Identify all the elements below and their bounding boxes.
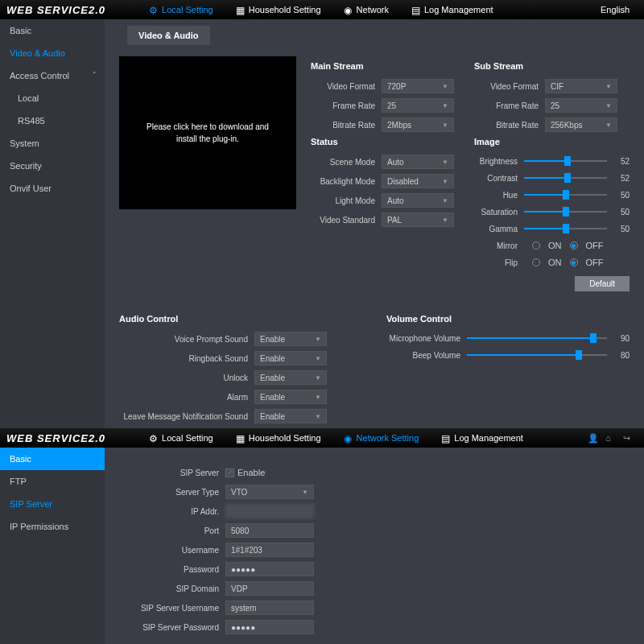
password-label: Password	[129, 565, 225, 574]
hue-slider[interactable]	[524, 194, 607, 196]
bitrate-label: Bitrate Rate	[311, 121, 382, 130]
sidebar-item-security[interactable]: Security	[0, 155, 105, 177]
scene-mode-select[interactable]: Auto▼	[382, 155, 454, 169]
main-stream-header: Main Stream	[311, 61, 466, 71]
nav-log-management[interactable]: Log Management	[400, 0, 505, 19]
contrast-slider[interactable]	[524, 177, 607, 179]
alarm-select[interactable]: Enable▼	[254, 390, 327, 404]
chevron-down-icon: ▼	[442, 122, 448, 129]
light-mode-select[interactable]: Auto▼	[382, 193, 454, 208]
sidebar2-item-ftp[interactable]: FTP	[0, 470, 105, 493]
sidebar-item-access-control[interactable]: Access Control˄	[0, 64, 105, 87]
password-input[interactable]	[225, 562, 314, 576]
default-button[interactable]: Default	[575, 276, 630, 291]
logout-icon[interactable]: ↪	[623, 433, 633, 443]
volume-control-header: Volume Control	[386, 314, 630, 324]
sip-server-pass-input[interactable]	[225, 620, 314, 634]
sidebar-item-system[interactable]: System	[0, 132, 105, 155]
chevron-up-icon: ˄	[93, 71, 97, 79]
chevron-down-icon: ▼	[315, 374, 321, 382]
top-bar-2: WEB SERVICE2.0 Local Setting Household S…	[0, 428, 644, 448]
gamma-label: Gamma	[474, 225, 524, 233]
gamma-slider[interactable]	[524, 228, 607, 229]
nav2-log-management[interactable]: Log Management	[430, 428, 535, 448]
user-icon[interactable]: 👤	[588, 433, 597, 443]
video-format-label: Video Format	[311, 82, 382, 91]
sidebar2-item-basic[interactable]: Basic	[0, 448, 105, 470]
gamma-value: 50	[613, 225, 630, 233]
mic-volume-slider[interactable]	[467, 337, 607, 339]
ip-addr-input[interactable]	[225, 504, 314, 518]
sip-domain-input[interactable]	[225, 581, 314, 596]
ringback-select[interactable]: Enable▼	[254, 351, 327, 365]
backlight-mode-select[interactable]: Disabled▼	[382, 174, 454, 188]
hue-value: 50	[613, 191, 630, 200]
gear-icon	[149, 433, 159, 443]
sub-bitrate-select[interactable]: 256Kbps▼	[545, 118, 617, 132]
nav2-local-setting[interactable]: Local Setting	[138, 428, 225, 448]
server-type-select[interactable]: VTO▼	[225, 485, 314, 499]
sidebar-item-onvif-user[interactable]: Onvif User	[0, 177, 105, 200]
sub-stream-header: Sub Stream	[474, 61, 630, 71]
leave-msg-select[interactable]: Enable▼	[254, 409, 327, 423]
plugin-preview[interactable]: Please click here to download and instal…	[119, 56, 296, 209]
saturation-slider[interactable]	[524, 211, 607, 213]
chevron-down-icon: ▼	[442, 102, 448, 109]
language-selector[interactable]: English	[601, 5, 638, 14]
username-input[interactable]	[225, 543, 314, 557]
main-frame-rate-select[interactable]: 25▼	[382, 98, 454, 113]
flip-off-radio[interactable]	[570, 258, 578, 266]
sip-enable-checkbox[interactable]: ✓	[225, 469, 234, 477]
main-bitrate-select[interactable]: 2Mbps▼	[382, 118, 454, 132]
port-label: Port	[129, 526, 225, 535]
sidebar2-item-sip-server[interactable]: SIP Server	[0, 493, 105, 515]
sidebar-item-rs485[interactable]: RS485	[0, 109, 105, 132]
home-icon[interactable]: ⌂	[605, 433, 615, 443]
logo-2: WEB SERVICE2.0	[6, 432, 105, 444]
brightness-slider[interactable]	[524, 160, 607, 162]
voice-prompt-label: Voice Prompt Sound	[119, 335, 254, 344]
sidebar-item-local[interactable]: Local	[0, 87, 105, 109]
sidebar-item-basic[interactable]: Basic	[0, 19, 105, 42]
contrast-label: Contrast	[474, 174, 524, 183]
flip-on-radio[interactable]	[532, 258, 540, 266]
saturation-label: Saturation	[474, 208, 524, 217]
sidebar-1: Basic Video & Audio Access Control˄ Loca…	[0, 19, 105, 428]
globe-icon	[344, 433, 353, 443]
nav2-network-setting[interactable]: Network Setting	[332, 428, 431, 448]
chevron-down-icon: ▼	[442, 197, 448, 204]
brightness-label: Brightness	[474, 157, 524, 166]
mirror-on-radio[interactable]	[532, 242, 540, 250]
nav2-household-setting[interactable]: Household Setting	[225, 428, 332, 448]
sip-server-user-label: SIP Server Username	[129, 604, 225, 613]
chevron-down-icon: ▼	[605, 122, 612, 129]
logo: WEB SERVICE2.0	[6, 4, 105, 16]
chevron-down-icon: ▼	[442, 217, 448, 224]
unlock-select[interactable]: Enable▼	[254, 370, 327, 385]
alarm-label: Alarm	[119, 393, 254, 402]
nav-network[interactable]: Network	[332, 0, 400, 19]
sidebar-item-video-audio[interactable]: Video & Audio	[0, 42, 105, 64]
sidebar2-item-ip-permissions[interactable]: IP Permissions	[0, 515, 105, 538]
log-icon	[441, 433, 451, 443]
unlock-label: Unlock	[119, 374, 254, 382]
audio-control-header: Audio Control	[119, 314, 362, 324]
voice-prompt-select[interactable]: Enable▼	[254, 332, 327, 346]
nav-household-setting[interactable]: Household Setting	[225, 0, 332, 19]
grid-icon	[236, 433, 246, 443]
sip-server-label: SIP Server	[129, 469, 225, 477]
nav-local-setting[interactable]: Local Setting	[138, 0, 225, 19]
tab-video-audio[interactable]: Video & Audio	[127, 26, 210, 45]
image-header: Image	[474, 137, 630, 147]
sip-server-user-input[interactable]	[225, 601, 314, 615]
mirror-off-radio[interactable]	[570, 242, 578, 250]
beep-volume-slider[interactable]	[467, 354, 607, 356]
main-video-format-select[interactable]: 720P▼	[382, 79, 454, 93]
chevron-down-icon: ▼	[315, 394, 321, 401]
port-input[interactable]	[225, 523, 314, 538]
brightness-value: 52	[613, 157, 630, 166]
video-standard-select[interactable]: PAL▼	[382, 213, 454, 227]
sub-frame-rate-select[interactable]: 25▼	[545, 98, 617, 113]
sub-video-format-select[interactable]: CIF▼	[545, 79, 617, 93]
status-header: Status	[311, 137, 466, 147]
